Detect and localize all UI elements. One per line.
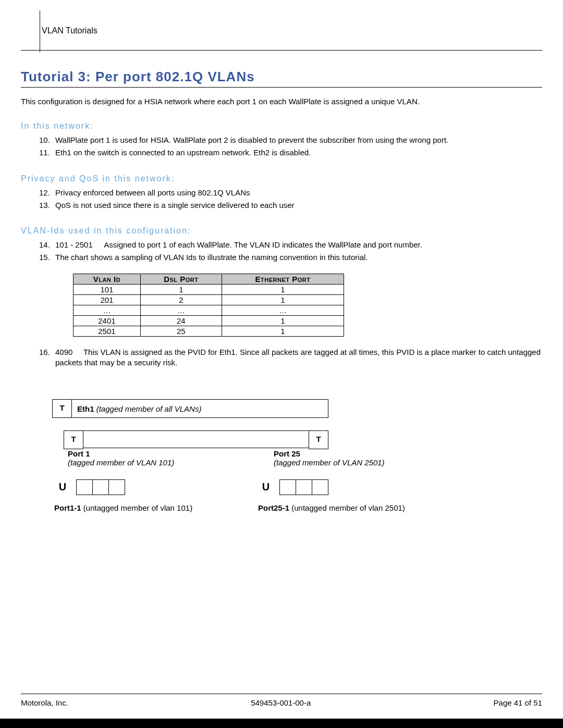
port-box <box>77 480 93 495</box>
wallplate-ports <box>76 479 125 495</box>
cell: 1 <box>140 284 222 294</box>
list-privacy-qos: Privacy enforced between all ports using… <box>52 188 542 211</box>
col-vlan-id: Vlan Id <box>74 274 141 284</box>
page-title: Tutorial 3: Per port 802.1Q VLANs <box>21 69 542 88</box>
footer-docnum: 549453-001-00-a <box>251 698 311 707</box>
page-footer: Motorola, Inc. 549453-001-00-a Page 41 o… <box>21 694 542 707</box>
cell: … <box>140 305 222 315</box>
list-item: 4090 This VLAN is assigned as the PVID f… <box>52 347 542 368</box>
untagged-marker: U <box>255 477 276 497</box>
port25-1-desc: (untagged member of vlan 2501) <box>289 503 405 512</box>
dsl-port-row: T T <box>64 430 328 448</box>
cell: … <box>222 305 344 315</box>
eth1-name: Eth1 <box>77 404 94 413</box>
vlan-range-text: Assigned to port 1 of each WallPlate. Th… <box>104 240 422 249</box>
table-header-row: Vlan Id Dsl Port Ethernet Port <box>74 274 344 284</box>
wallplate-1: U <box>52 477 125 497</box>
cell: 24 <box>140 315 222 326</box>
vlan-diagram: T Eth1 (tagged member of all VLANs) T T … <box>52 399 542 535</box>
cell: 2501 <box>74 326 141 336</box>
list-vlan-ids: 101 - 2501 Assigned to port 1 of each Wa… <box>52 240 542 263</box>
cell: 1 <box>222 315 344 326</box>
bottom-black-band <box>0 719 563 728</box>
heading-vlan-ids: VLAN-Ids used in this configuration: <box>21 226 542 236</box>
footer-company: Motorola, Inc. <box>21 698 68 707</box>
cell: 201 <box>74 294 141 305</box>
eth1-italic: tagged member of all VLANs) <box>99 404 202 413</box>
heading-in-network: In this network: <box>21 121 542 131</box>
port-box <box>296 480 312 495</box>
cell: 25 <box>140 326 222 336</box>
pvid-text: This VLAN is assigned as the PVID for Et… <box>55 348 541 367</box>
port-box <box>93 480 109 495</box>
cell: 1 <box>222 326 344 336</box>
tagged-marker: T <box>53 400 72 417</box>
page-header: VLAN Tutorials <box>21 26 542 51</box>
port1-label: Port 1 (tagged member of VLAN 101) <box>68 449 174 467</box>
port25-1-name: Port25-1 <box>258 503 289 512</box>
list-vlan-ids-cont: 4090 This VLAN is assigned as the PVID f… <box>52 347 542 368</box>
eth1-row: T Eth1 (tagged member of all VLANs) <box>52 399 328 418</box>
intro-paragraph: This configuration is designed for a HSI… <box>21 97 542 106</box>
footer-page: Page 41 of 51 <box>494 698 542 707</box>
port-box <box>312 480 328 495</box>
footer-row: Motorola, Inc. 549453-001-00-a Page 41 o… <box>21 698 542 707</box>
heading-privacy-qos: Privacy and QoS in this network: <box>21 174 542 183</box>
list-item: WallPlate port 1 is used for HSIA. WallP… <box>52 135 542 145</box>
list-item: 101 - 2501 Assigned to port 1 of each Wa… <box>52 240 542 250</box>
table-row: 2501 25 1 <box>74 326 344 336</box>
eth1-label: Eth1 (tagged member of all VLANs) <box>72 404 201 413</box>
cell: 2 <box>140 294 222 305</box>
page-content: Tutorial 3: Per port 802.1Q VLANs This c… <box>21 51 542 535</box>
pvid-key: 4090 <box>55 347 81 357</box>
tagged-marker: T <box>64 430 83 449</box>
list-item: Privacy enforced between all ports using… <box>52 188 542 198</box>
list-item: QoS is not used since there is a single … <box>52 200 542 211</box>
cell: 2401 <box>74 315 141 326</box>
port1-1-name: Port1-1 <box>54 503 81 512</box>
vlan-range-key: 101 - 2501 <box>55 240 102 250</box>
port1-1-label: Port1-1 (untagged member of vlan 101) <box>54 503 192 512</box>
cell: 1 <box>222 284 344 294</box>
table-row: 201 2 1 <box>74 294 344 305</box>
port25-desc: (tagged member of VLAN 2501) <box>274 458 385 467</box>
list-item: The chart shows a sampling of VLAN Ids t… <box>52 252 542 263</box>
port1-desc: (tagged member of VLAN 101) <box>68 458 174 467</box>
col-dsl-port: Dsl Port <box>140 274 222 284</box>
port-row-spacer <box>83 430 309 448</box>
port1-name: Port 1 <box>68 449 90 458</box>
vlan-table: Vlan Id Dsl Port Ethernet Port 101 1 1 2… <box>73 274 344 337</box>
tagged-marker: T <box>309 430 328 449</box>
wallplate-25: U <box>255 477 328 497</box>
header-rule-vertical <box>40 10 40 52</box>
cell: 1 <box>222 294 344 305</box>
breadcrumb: VLAN Tutorials <box>42 26 97 35</box>
port1-1-desc: (untagged member of vlan 101) <box>81 503 192 512</box>
port25-name: Port 25 <box>274 449 300 458</box>
port25-label: Port 25 (tagged member of VLAN 2501) <box>274 449 385 467</box>
list-item: Eth1 on the switch is connected to an up… <box>52 147 542 158</box>
document-page: VLAN Tutorials Tutorial 3: Per port 802.… <box>0 0 563 728</box>
untagged-marker: U <box>52 477 73 497</box>
wallplate-ports <box>279 479 328 495</box>
footer-rule <box>21 694 542 694</box>
table-row: … … … <box>74 305 344 315</box>
col-ethernet-port: Ethernet Port <box>222 274 344 284</box>
port-box <box>109 480 125 495</box>
list-in-network: WallPlate port 1 is used for HSIA. WallP… <box>52 135 542 158</box>
table-row: 2401 24 1 <box>74 315 344 326</box>
table-row: 101 1 1 <box>74 284 344 294</box>
cell: 101 <box>74 284 141 294</box>
eth1-desc: (tagged member of all VLANs) <box>96 404 202 413</box>
cell: … <box>74 305 141 315</box>
port-box <box>280 480 296 495</box>
port25-1-label: Port25-1 (untagged member of vlan 2501) <box>258 503 405 512</box>
